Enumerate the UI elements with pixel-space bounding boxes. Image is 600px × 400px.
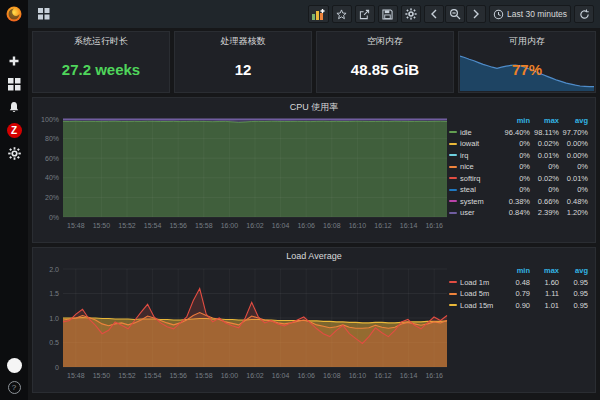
- legend-header: minmaxavg: [449, 265, 589, 277]
- panel-title[interactable]: 系统运行时长: [33, 32, 169, 47]
- zabbix-plugin-icon[interactable]: Z: [4, 123, 24, 137]
- add-panel-button[interactable]: [308, 5, 329, 23]
- series-color-marker: [449, 304, 457, 306]
- cpu-cores-value: 12: [175, 47, 311, 92]
- panel-title[interactable]: 空闲内存: [317, 32, 453, 47]
- panel-cpu-cores[interactable]: 处理器核数 12: [174, 31, 312, 93]
- svg-text:15:48: 15:48: [67, 222, 85, 229]
- panel-title[interactable]: Load Average: [33, 248, 595, 263]
- svg-text:15:52: 15:52: [118, 372, 136, 379]
- series-color-marker: [449, 212, 457, 214]
- svg-text:15:58: 15:58: [195, 222, 213, 229]
- legend-row-load-1m[interactable]: Load 1m0.481.600.95: [449, 277, 589, 289]
- svg-text:0: 0: [55, 364, 59, 371]
- create-plus-icon[interactable]: [4, 54, 24, 68]
- panel-uptime[interactable]: 系统运行时长 27.2 weeks: [32, 31, 170, 93]
- sidebar: Z ?: [0, 0, 28, 400]
- uptime-value: 27.2 weeks: [33, 47, 169, 92]
- legend-row-system[interactable]: system0.38%0.66%0.48%: [449, 196, 589, 208]
- grafana-app: Z ?: [0, 0, 600, 400]
- svg-text:1.5: 1.5: [49, 290, 59, 297]
- svg-text:16:04: 16:04: [272, 222, 290, 229]
- svg-text:16:08: 16:08: [323, 372, 341, 379]
- svg-text:16:16: 16:16: [425, 222, 443, 229]
- share-dashboard-button[interactable]: [355, 5, 375, 23]
- svg-text:16:16: 16:16: [425, 372, 443, 379]
- svg-text:16:08: 16:08: [323, 222, 341, 229]
- time-range-picker[interactable]: Last 30 minutes: [489, 5, 571, 23]
- help-icon[interactable]: ?: [8, 381, 21, 394]
- star-dashboard-button[interactable]: [332, 5, 352, 23]
- refresh-button[interactable]: [574, 5, 594, 23]
- series-color-marker: [449, 200, 457, 202]
- panel-title[interactable]: 处理器核数: [175, 32, 311, 47]
- grafana-logo-icon[interactable]: [0, 0, 28, 28]
- svg-text:16:02: 16:02: [246, 222, 264, 229]
- svg-text:15:54: 15:54: [144, 372, 162, 379]
- time-back-button[interactable]: [424, 5, 444, 23]
- svg-text:100%: 100%: [41, 116, 59, 123]
- series-color-marker: [449, 154, 457, 156]
- series-color-marker: [449, 131, 457, 133]
- svg-text:16:14: 16:14: [400, 372, 418, 379]
- stats-row: 系统运行时长 27.2 weeks 处理器核数 12 空闲内存 48.85 Gi…: [32, 31, 596, 93]
- svg-text:0.5: 0.5: [49, 339, 59, 346]
- legend-row-load-5m[interactable]: Load 5m0.791.110.95: [449, 288, 589, 300]
- svg-text:20%: 20%: [45, 194, 59, 201]
- series-color-marker: [449, 143, 457, 145]
- svg-text:16:04: 16:04: [272, 372, 290, 379]
- svg-text:16:00: 16:00: [221, 372, 239, 379]
- panel-load-average[interactable]: Load Average 2.01.51.00.5015:4815:5015:5…: [32, 247, 596, 393]
- legend-row-softirq[interactable]: softirq0%0.02%0.01%: [449, 173, 589, 185]
- svg-text:80%: 80%: [45, 135, 59, 142]
- panel-available-memory[interactable]: 可用内存 77%: [458, 31, 596, 93]
- free-memory-value: 48.85 GiB: [317, 47, 453, 92]
- legend-row-user[interactable]: user0.84%2.39%1.20%: [449, 207, 589, 219]
- series-color-marker: [449, 177, 457, 179]
- series-color-marker: [449, 281, 457, 283]
- svg-text:40%: 40%: [45, 174, 59, 181]
- svg-text:16:14: 16:14: [400, 222, 418, 229]
- load-legend-table: minmaxavgLoad 1m0.481.600.95Load 5m0.791…: [449, 265, 589, 311]
- svg-text:16:02: 16:02: [246, 372, 264, 379]
- svg-text:16:12: 16:12: [374, 222, 392, 229]
- time-forward-button[interactable]: [466, 5, 486, 23]
- zabbix-badge: Z: [7, 123, 22, 138]
- series-color-marker: [449, 166, 457, 168]
- configuration-gear-icon[interactable]: [4, 146, 24, 160]
- user-avatar[interactable]: [7, 358, 22, 373]
- dashboards-grid-icon[interactable]: [4, 77, 24, 91]
- svg-text:15:48: 15:48: [67, 372, 85, 379]
- legend-row-steal[interactable]: steal0%0%0%: [449, 184, 589, 196]
- panel-cpu-usage[interactable]: CPU 使用率 100%80%60%40%20%0%15:4815:5015:5…: [32, 97, 596, 243]
- svg-text:16:10: 16:10: [349, 222, 367, 229]
- dashboard-canvas: 系统运行时长 27.2 weeks 处理器核数 12 空闲内存 48.85 Gi…: [28, 28, 600, 400]
- dashboard-settings-button[interactable]: [401, 5, 421, 23]
- time-range-label: Last 30 minutes: [507, 9, 567, 19]
- series-color-marker: [449, 293, 457, 295]
- legend-row-idle[interactable]: idle96.40%98.11%97.70%: [449, 127, 589, 139]
- svg-text:15:54: 15:54: [144, 222, 162, 229]
- zoom-out-button[interactable]: [445, 5, 465, 23]
- panel-title[interactable]: CPU 使用率: [33, 98, 595, 113]
- save-dashboard-button[interactable]: [378, 5, 398, 23]
- svg-text:16:00: 16:00: [221, 222, 239, 229]
- svg-text:16:10: 16:10: [349, 372, 367, 379]
- cpu-legend-table: minmaxavgidle96.40%98.11%97.70%iowait0%0…: [449, 115, 589, 219]
- panel-free-memory[interactable]: 空闲内存 48.85 GiB: [316, 31, 454, 93]
- legend-row-iowait[interactable]: iowait0%0.02%0.00%: [449, 138, 589, 150]
- svg-text:60%: 60%: [45, 155, 59, 162]
- svg-text:0%: 0%: [49, 214, 59, 221]
- series-color-marker: [449, 189, 457, 191]
- main-area: Last 30 minutes 系统运行时长 27.2 weeks 处理器核数: [28, 0, 600, 400]
- dashboard-picker-icon[interactable]: [34, 5, 54, 23]
- svg-text:2.0: 2.0: [49, 266, 59, 273]
- panel-title[interactable]: 可用内存: [459, 32, 595, 47]
- svg-text:15:50: 15:50: [93, 372, 111, 379]
- legend-row-nice[interactable]: nice0%0%0%: [449, 161, 589, 173]
- svg-text:15:58: 15:58: [195, 372, 213, 379]
- legend-row-irq[interactable]: irq0%0.01%0.00%: [449, 150, 589, 162]
- svg-text:16:06: 16:06: [297, 222, 315, 229]
- alerting-bell-icon[interactable]: [4, 100, 24, 114]
- legend-row-load-15m[interactable]: Load 15m0.901.010.95: [449, 300, 589, 312]
